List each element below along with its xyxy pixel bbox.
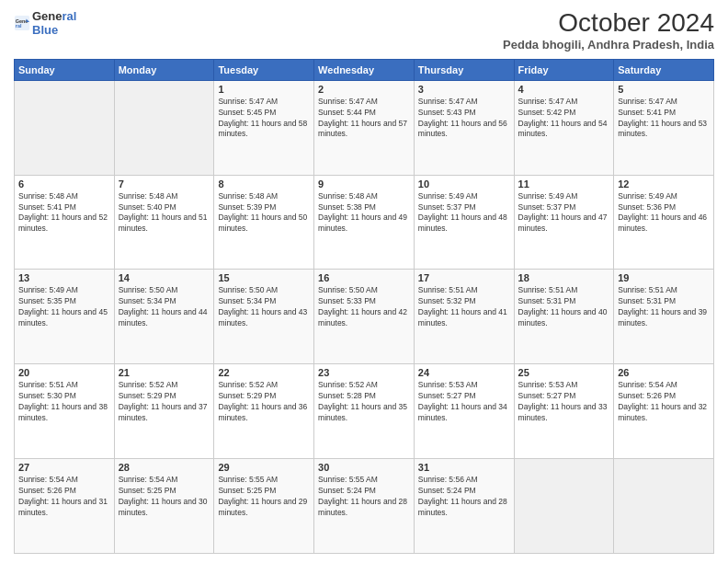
subtitle: Pedda bhogili, Andhra Pradesh, India: [503, 38, 714, 52]
calendar-cell: 9Sunrise: 5:48 AM Sunset: 5:38 PM Daylig…: [314, 175, 415, 270]
calendar-day-header: Thursday: [414, 59, 514, 80]
cell-info: Sunrise: 5:55 AM Sunset: 5:25 PM Dayligh…: [218, 475, 310, 519]
day-number: 25: [518, 367, 610, 378]
header: Gene ral General Blue October 2024 Pedda…: [14, 9, 714, 52]
calendar-table: SundayMondayTuesdayWednesdayThursdayFrid…: [14, 59, 714, 554]
calendar-day-header: Monday: [114, 59, 214, 80]
day-number: 19: [618, 272, 710, 283]
cell-info: Sunrise: 5:51 AM Sunset: 5:30 PM Dayligh…: [18, 380, 110, 424]
day-number: 11: [518, 178, 610, 190]
logo: Gene ral General Blue: [14, 9, 76, 37]
cell-info: Sunrise: 5:49 AM Sunset: 5:35 PM Dayligh…: [18, 285, 110, 329]
calendar-day-header: Saturday: [614, 59, 714, 80]
day-number: 10: [418, 178, 510, 190]
day-number: 16: [318, 272, 410, 283]
day-number: 31: [418, 462, 510, 473]
day-number: 5: [618, 84, 710, 95]
calendar-cell: 8Sunrise: 5:48 AM Sunset: 5:39 PM Daylig…: [214, 175, 314, 270]
day-number: 30: [318, 462, 410, 473]
cell-info: Sunrise: 5:50 AM Sunset: 5:34 PM Dayligh…: [119, 285, 210, 329]
cell-info: Sunrise: 5:47 AM Sunset: 5:41 PM Dayligh…: [618, 97, 710, 141]
cell-info: Sunrise: 5:50 AM Sunset: 5:33 PM Dayligh…: [318, 285, 410, 329]
calendar-cell: 25Sunrise: 5:53 AM Sunset: 5:27 PM Dayli…: [514, 364, 614, 459]
calendar-day-header: Wednesday: [314, 59, 415, 80]
calendar-week-row: 6Sunrise: 5:48 AM Sunset: 5:41 PM Daylig…: [15, 175, 714, 270]
calendar-cell: 19Sunrise: 5:51 AM Sunset: 5:31 PM Dayli…: [614, 270, 714, 364]
calendar-cell: 24Sunrise: 5:53 AM Sunset: 5:27 PM Dayli…: [414, 364, 514, 459]
calendar-cell: 20Sunrise: 5:51 AM Sunset: 5:30 PM Dayli…: [15, 364, 115, 459]
calendar-cell: 28Sunrise: 5:54 AM Sunset: 5:25 PM Dayli…: [114, 459, 214, 554]
cell-info: Sunrise: 5:54 AM Sunset: 5:26 PM Dayligh…: [618, 380, 710, 424]
day-number: 2: [318, 84, 410, 95]
calendar-cell: 7Sunrise: 5:48 AM Sunset: 5:40 PM Daylig…: [114, 175, 214, 270]
cell-info: Sunrise: 5:52 AM Sunset: 5:29 PM Dayligh…: [119, 380, 210, 424]
calendar-cell: 23Sunrise: 5:52 AM Sunset: 5:28 PM Dayli…: [314, 364, 415, 459]
calendar-cell: 16Sunrise: 5:50 AM Sunset: 5:33 PM Dayli…: [314, 270, 415, 364]
calendar-cell: 12Sunrise: 5:49 AM Sunset: 5:36 PM Dayli…: [614, 175, 714, 270]
cell-info: Sunrise: 5:51 AM Sunset: 5:31 PM Dayligh…: [618, 285, 710, 329]
calendar-cell: 27Sunrise: 5:54 AM Sunset: 5:26 PM Dayli…: [15, 459, 115, 554]
cell-info: Sunrise: 5:49 AM Sunset: 5:37 PM Dayligh…: [418, 191, 510, 236]
calendar-cell: 11Sunrise: 5:49 AM Sunset: 5:37 PM Dayli…: [514, 175, 614, 270]
cell-info: Sunrise: 5:47 AM Sunset: 5:42 PM Dayligh…: [518, 97, 610, 141]
calendar-cell: 6Sunrise: 5:48 AM Sunset: 5:41 PM Daylig…: [15, 175, 115, 270]
cell-info: Sunrise: 5:56 AM Sunset: 5:24 PM Dayligh…: [418, 475, 510, 519]
cell-info: Sunrise: 5:55 AM Sunset: 5:24 PM Dayligh…: [318, 475, 410, 519]
cell-info: Sunrise: 5:47 AM Sunset: 5:44 PM Dayligh…: [318, 97, 410, 141]
calendar-cell: 5Sunrise: 5:47 AM Sunset: 5:41 PM Daylig…: [614, 80, 714, 175]
cell-info: Sunrise: 5:51 AM Sunset: 5:31 PM Dayligh…: [518, 285, 610, 329]
svg-text:ral: ral: [16, 23, 22, 29]
day-number: 4: [518, 84, 610, 95]
calendar-cell: 2Sunrise: 5:47 AM Sunset: 5:44 PM Daylig…: [314, 80, 415, 175]
calendar-cell: [114, 80, 214, 175]
cell-info: Sunrise: 5:53 AM Sunset: 5:27 PM Dayligh…: [518, 380, 610, 424]
day-number: 1: [218, 84, 310, 95]
day-number: 7: [119, 178, 210, 190]
cell-info: Sunrise: 5:50 AM Sunset: 5:34 PM Dayligh…: [218, 285, 310, 329]
calendar-week-row: 27Sunrise: 5:54 AM Sunset: 5:26 PM Dayli…: [15, 459, 714, 554]
title-block: October 2024 Pedda bhogili, Andhra Prade…: [503, 9, 714, 52]
cell-info: Sunrise: 5:49 AM Sunset: 5:37 PM Dayligh…: [518, 191, 610, 236]
day-number: 6: [18, 178, 110, 190]
calendar-cell: 1Sunrise: 5:47 AM Sunset: 5:45 PM Daylig…: [214, 80, 314, 175]
calendar-cell: [15, 80, 115, 175]
calendar-week-row: 20Sunrise: 5:51 AM Sunset: 5:30 PM Dayli…: [15, 364, 714, 459]
calendar-header-row: SundayMondayTuesdayWednesdayThursdayFrid…: [15, 59, 714, 80]
calendar-cell: [614, 459, 714, 554]
calendar-cell: [514, 459, 614, 554]
day-number: 26: [618, 367, 710, 378]
day-number: 15: [218, 272, 310, 283]
day-number: 13: [18, 272, 110, 283]
calendar-day-header: Tuesday: [214, 59, 314, 80]
logo-icon: Gene ral: [14, 15, 30, 31]
day-number: 23: [318, 367, 410, 378]
day-number: 21: [119, 367, 210, 378]
day-number: 18: [518, 272, 610, 283]
day-number: 3: [418, 84, 510, 95]
calendar-cell: 15Sunrise: 5:50 AM Sunset: 5:34 PM Dayli…: [214, 270, 314, 364]
cell-info: Sunrise: 5:48 AM Sunset: 5:39 PM Dayligh…: [218, 191, 310, 236]
calendar-cell: 3Sunrise: 5:47 AM Sunset: 5:43 PM Daylig…: [414, 80, 514, 175]
calendar-cell: 13Sunrise: 5:49 AM Sunset: 5:35 PM Dayli…: [15, 270, 115, 364]
cell-info: Sunrise: 5:48 AM Sunset: 5:41 PM Dayligh…: [18, 191, 110, 236]
day-number: 28: [119, 462, 210, 473]
calendar-cell: 22Sunrise: 5:52 AM Sunset: 5:29 PM Dayli…: [214, 364, 314, 459]
day-number: 24: [418, 367, 510, 378]
calendar-week-row: 1Sunrise: 5:47 AM Sunset: 5:45 PM Daylig…: [15, 80, 714, 175]
calendar-cell: 26Sunrise: 5:54 AM Sunset: 5:26 PM Dayli…: [614, 364, 714, 459]
cell-info: Sunrise: 5:49 AM Sunset: 5:36 PM Dayligh…: [618, 191, 710, 236]
cell-info: Sunrise: 5:51 AM Sunset: 5:32 PM Dayligh…: [418, 285, 510, 329]
day-number: 14: [119, 272, 210, 283]
cell-info: Sunrise: 5:54 AM Sunset: 5:25 PM Dayligh…: [119, 475, 210, 519]
cell-info: Sunrise: 5:47 AM Sunset: 5:43 PM Dayligh…: [418, 97, 510, 141]
cell-info: Sunrise: 5:52 AM Sunset: 5:29 PM Dayligh…: [218, 380, 310, 424]
calendar-cell: 18Sunrise: 5:51 AM Sunset: 5:31 PM Dayli…: [514, 270, 614, 364]
logo-text: General Blue: [32, 9, 76, 37]
cell-info: Sunrise: 5:52 AM Sunset: 5:28 PM Dayligh…: [318, 380, 410, 424]
calendar-cell: 10Sunrise: 5:49 AM Sunset: 5:37 PM Dayli…: [414, 175, 514, 270]
day-number: 20: [18, 367, 110, 378]
day-number: 8: [218, 178, 310, 190]
cell-info: Sunrise: 5:53 AM Sunset: 5:27 PM Dayligh…: [418, 380, 510, 424]
calendar-cell: 29Sunrise: 5:55 AM Sunset: 5:25 PM Dayli…: [214, 459, 314, 554]
calendar-cell: 4Sunrise: 5:47 AM Sunset: 5:42 PM Daylig…: [514, 80, 614, 175]
